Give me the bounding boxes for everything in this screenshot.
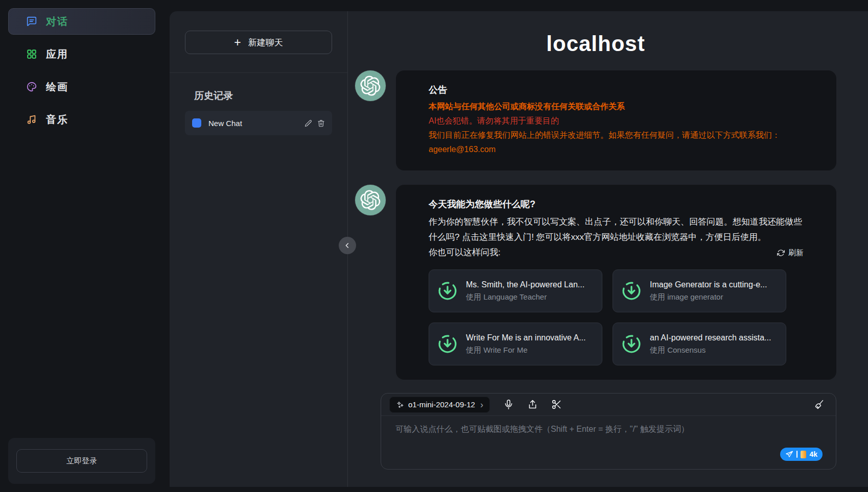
contact-email-link[interactable]: ageerle@163.com [429,143,804,156]
chevron-right-icon: › [480,400,483,409]
palette-icon [26,81,37,92]
chevron-left-icon [343,241,351,250]
suggestion-card[interactable]: Write For Me is an innovative A... 使用 Wr… [429,323,602,365]
card-subtitle: 使用 Language Teacher [466,292,584,302]
page-title: localhost [355,32,836,56]
login-card: 立即登录 [8,438,155,484]
model-selector[interactable]: o1-mini-2024-09-12 › [389,397,490,413]
composer-toolbar: o1-mini-2024-09-12 › [381,393,836,416]
chat-list-item[interactable]: New Chat [185,111,332,135]
clear-context-button[interactable] [814,399,825,410]
refresh-button[interactable]: 刷新 [777,248,804,258]
content-shell: + 新建聊天 历史记录 New Chat localhost [170,11,868,487]
card-subtitle: 使用 image generator [650,292,767,302]
suggestion-card[interactable]: Ms. Smith, the AI-powered Lan... 使用 Lang… [429,269,602,312]
card-title: Write For Me is an innovative A... [466,333,585,342]
announcement-title: 公告 [429,84,804,96]
microphone-icon [503,399,514,410]
assistant-avatar [355,70,386,101]
broom-icon [814,399,825,410]
sidebar-item-label: 对话 [46,15,68,29]
composer-input-area: 4k [381,416,836,469]
composer: o1-mini-2024-09-12 › [381,393,836,470]
suggestion-card[interactable]: Image Generator is a cutting-e... 使用 ima… [613,269,786,312]
microphone-button[interactable] [503,399,514,410]
new-chat-button[interactable]: + 新建聊天 [185,31,332,54]
upload-icon [527,399,538,410]
sidebar-item-music[interactable]: 音乐 [8,106,155,133]
token-badge[interactable]: 4k [780,448,823,461]
card-subtitle: 使用 Write For Me [466,346,585,355]
chat-item-title: New Chat [208,119,299,128]
badge-divider [796,451,797,458]
welcome-bubble: 今天我能为您做些什么呢? 作为你的智慧伙伴，我不仅可以写文案、出点子，还可以和你… [396,185,836,380]
card-texts: an AI-powered research assista... 使用 Con… [650,333,771,355]
sidebar-item-label: 音乐 [46,113,68,127]
suggestion-card[interactable]: an AI-powered research assista... 使用 Con… [613,323,786,365]
history-title: 历史记录 [194,89,347,103]
welcome-title: 今天我能为您做些什么呢? [429,198,804,210]
card-title: an AI-powered research assista... [650,333,771,342]
sidebar-item-label: 应用 [46,47,68,61]
chat-bubble-icon [26,16,37,27]
plus-icon: + [234,37,241,48]
music-note-icon [26,114,37,125]
card-texts: Write For Me is an innovative A... 使用 Wr… [466,333,585,355]
chat-list-panel: + 新建聊天 历史记录 New Chat [170,11,347,487]
edit-icon[interactable] [304,119,312,127]
prompt-row: 你也可以这样问我: 刷新 [429,245,804,260]
sidebar: 对话 应用 绘画 音乐 立即登录 [0,0,163,492]
login-button[interactable]: 立即登录 [16,449,147,473]
sparkle-icon [396,401,404,409]
download-circle-icon [621,281,642,301]
upload-button[interactable] [527,399,538,410]
scissors-icon [551,399,562,410]
suggestion-grid: Ms. Smith, the AI-powered Lan... 使用 Lang… [429,269,804,365]
token-quota-icon [801,451,806,458]
sidebar-item-label: 绘画 [46,80,68,94]
send-icon [785,450,793,458]
card-title: Image Generator is a cutting-e... [650,280,767,289]
collapse-sidebar-button[interactable] [339,237,356,254]
sidebar-item-paint[interactable]: 绘画 [8,73,155,100]
card-subtitle: 使用 Consensus [650,346,771,355]
chat-item-avatar-icon [192,118,201,128]
card-texts: Ms. Smith, the AI-powered Lan... 使用 Lang… [466,280,584,302]
sidebar-item-chat[interactable]: 对话 [8,8,155,35]
screenshot-button[interactable] [551,399,562,410]
assistant-avatar [355,185,386,215]
announcement-line: 本网站与任何其他公司或商标没有任何关联或合作关系 [429,100,804,113]
sidebar-item-apps[interactable]: 应用 [8,41,155,67]
download-circle-icon [437,334,458,354]
refresh-icon [777,249,785,257]
model-name: o1-mini-2024-09-12 [408,400,475,409]
panel-divider [170,72,347,73]
openai-logo-icon [360,190,381,210]
prompt-line: 你也可以这样问我: [429,245,501,260]
token-count: 4k [809,450,817,458]
delete-icon[interactable] [317,119,325,127]
welcome-body: 作为你的智慧伙伴，我不仅可以写文案、出点子，还可以和你聊天、回答问题。想知道我还… [429,214,804,245]
card-title: Ms. Smith, the AI-powered Lan... [466,280,584,289]
assistant-message: 今天我能为您做些什么呢? 作为你的智慧伙伴，我不仅可以写文案、出点子，还可以和你… [355,185,836,380]
announcement-line: 我们目前正在修复我们网站上的错误并改进细节。如果您有任何疑问，请通过以下方式联系… [429,129,804,142]
announcement-bubble: 公告 本网站与任何其他公司或商标没有任何关联或合作关系 AI也会犯错。请勿将其用… [396,70,836,170]
message-input[interactable] [381,416,836,469]
assistant-message: 公告 本网站与任何其他公司或商标没有任何关联或合作关系 AI也会犯错。请勿将其用… [355,70,836,170]
openai-logo-icon [360,76,381,96]
refresh-label: 刷新 [788,248,804,258]
download-circle-icon [621,334,642,354]
apps-grid-icon [26,48,37,60]
card-texts: Image Generator is a cutting-e... 使用 ima… [650,280,767,302]
new-chat-wrap: + 新建聊天 [170,31,347,72]
new-chat-label: 新建聊天 [248,37,283,48]
announcement-line: AI也会犯错。请勿将其用于重要目的 [429,114,804,128]
download-circle-icon [437,281,458,301]
chat-main: localhost 公告 本网站与任何其他公司或商标没有任何关联或合作关系 AI… [348,11,868,487]
